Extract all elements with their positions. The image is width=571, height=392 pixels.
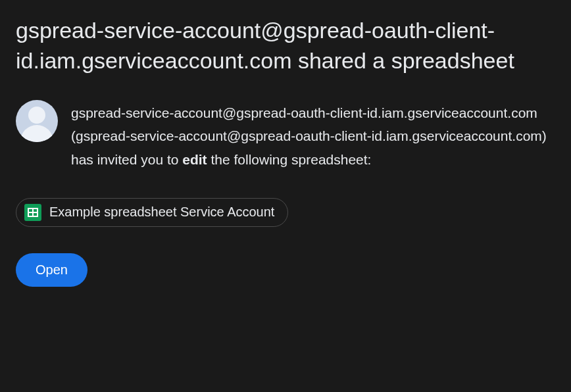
message-row: gspread-service-account@gspread-oauth-cl…: [16, 100, 555, 172]
notification-title: gspread-service-account@gspread-oauth-cl…: [16, 16, 555, 76]
spreadsheet-chip[interactable]: Example spreadsheet Service Account: [16, 198, 288, 227]
google-sheets-icon: [24, 204, 41, 221]
open-button[interactable]: Open: [16, 253, 87, 287]
message-text-part2: the following spreadsheet:: [207, 152, 372, 167]
message-text-bold: edit: [182, 152, 207, 167]
invitation-message: gspread-service-account@gspread-oauth-cl…: [71, 100, 555, 172]
avatar-silhouette-head: [28, 107, 45, 124]
avatar: [16, 100, 58, 142]
spreadsheet-name: Example spreadsheet Service Account: [49, 205, 274, 220]
avatar-silhouette-body: [20, 125, 53, 142]
